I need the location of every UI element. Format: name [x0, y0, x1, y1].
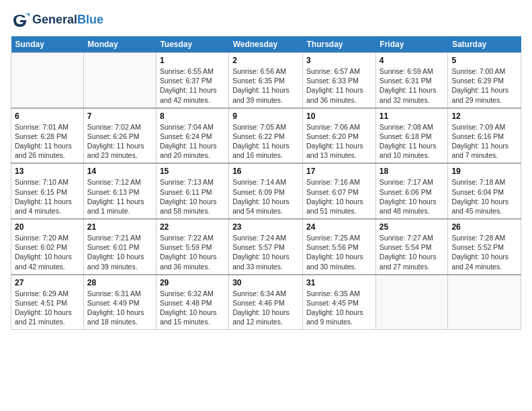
cell-info: Sunrise: 7:04 AM Sunset: 6:24 PM Dayligh…: [160, 122, 225, 161]
calendar-cell: 28Sunrise: 6:31 AM Sunset: 4:49 PM Dayli…: [83, 275, 156, 330]
day-number: 30: [232, 278, 299, 287]
day-header-wednesday: Wednesday: [229, 36, 303, 53]
day-number: 28: [87, 278, 152, 287]
calendar-cell: 4Sunrise: 6:59 AM Sunset: 6:31 PM Daylig…: [375, 53, 448, 108]
day-number: 20: [15, 222, 80, 232]
calendar-cell: 9Sunrise: 7:05 AM Sunset: 6:22 PM Daylig…: [229, 108, 303, 164]
day-number: 23: [232, 222, 299, 232]
cell-info: Sunrise: 7:01 AM Sunset: 6:28 PM Dayligh…: [15, 122, 80, 161]
day-number: 3: [306, 56, 372, 65]
day-number: 12: [451, 111, 517, 121]
cell-info: Sunrise: 6:59 AM Sunset: 6:31 PM Dayligh…: [380, 66, 445, 105]
day-number: 21: [87, 222, 152, 232]
cell-info: Sunrise: 6:55 AM Sunset: 6:37 PM Dayligh…: [160, 66, 225, 105]
cell-info: Sunrise: 7:13 AM Sunset: 6:11 PM Dayligh…: [160, 177, 225, 216]
cell-info: Sunrise: 7:24 AM Sunset: 5:57 PM Dayligh…: [232, 233, 299, 271]
cell-info: Sunrise: 7:17 AM Sunset: 6:06 PM Dayligh…: [380, 177, 445, 216]
calendar-cell: 17Sunrise: 7:16 AM Sunset: 6:07 PM Dayli…: [303, 163, 376, 219]
day-number: 22: [160, 222, 225, 232]
cell-info: Sunrise: 6:57 AM Sunset: 6:33 PM Dayligh…: [306, 66, 372, 105]
day-number: 11: [380, 111, 445, 121]
day-number: 19: [451, 167, 517, 176]
calendar-cell: 24Sunrise: 7:25 AM Sunset: 5:56 PM Dayli…: [303, 219, 376, 275]
calendar-cell: 20Sunrise: 7:20 AM Sunset: 6:02 PM Dayli…: [11, 219, 84, 275]
cell-info: Sunrise: 7:00 AM Sunset: 6:29 PM Dayligh…: [451, 66, 517, 105]
cell-info: Sunrise: 6:29 AM Sunset: 4:51 PM Dayligh…: [15, 289, 80, 327]
day-number: 25: [380, 222, 445, 232]
calendar-cell: 15Sunrise: 7:13 AM Sunset: 6:11 PM Dayli…: [156, 163, 228, 219]
cell-info: Sunrise: 7:02 AM Sunset: 6:26 PM Dayligh…: [87, 122, 152, 161]
calendar-cell: 27Sunrise: 6:29 AM Sunset: 4:51 PM Dayli…: [11, 275, 84, 330]
cell-info: Sunrise: 7:27 AM Sunset: 5:54 PM Dayligh…: [380, 233, 445, 271]
calendar-cell: 12Sunrise: 7:09 AM Sunset: 6:16 PM Dayli…: [448, 108, 521, 164]
cell-info: Sunrise: 7:14 AM Sunset: 6:09 PM Dayligh…: [232, 177, 299, 216]
calendar-cell: 29Sunrise: 6:32 AM Sunset: 4:48 PM Dayli…: [156, 275, 228, 330]
calendar-cell: 23Sunrise: 7:24 AM Sunset: 5:57 PM Dayli…: [229, 219, 303, 275]
cell-info: Sunrise: 7:20 AM Sunset: 6:02 PM Dayligh…: [15, 233, 80, 271]
day-header-sunday: Sunday: [11, 36, 84, 53]
day-number: 18: [380, 167, 445, 176]
cell-info: Sunrise: 7:21 AM Sunset: 6:01 PM Dayligh…: [87, 233, 152, 271]
calendar-cell: 30Sunrise: 6:34 AM Sunset: 4:46 PM Dayli…: [229, 275, 303, 330]
calendar-cell: 14Sunrise: 7:12 AM Sunset: 6:13 PM Dayli…: [83, 163, 156, 219]
cell-info: Sunrise: 6:34 AM Sunset: 4:46 PM Dayligh…: [232, 289, 299, 327]
cell-info: Sunrise: 7:28 AM Sunset: 5:52 PM Dayligh…: [451, 233, 517, 271]
calendar-cell: [375, 275, 448, 330]
calendar-table: SundayMondayTuesdayWednesdayThursdayFrid…: [11, 36, 521, 330]
day-number: 4: [380, 56, 445, 65]
day-number: 24: [306, 222, 372, 232]
cell-info: Sunrise: 7:12 AM Sunset: 6:13 PM Dayligh…: [87, 177, 152, 216]
calendar-cell: 18Sunrise: 7:17 AM Sunset: 6:06 PM Dayli…: [375, 163, 448, 219]
cell-info: Sunrise: 6:35 AM Sunset: 4:45 PM Dayligh…: [306, 289, 372, 327]
day-header-monday: Monday: [83, 36, 156, 53]
calendar-cell: 2Sunrise: 6:56 AM Sunset: 6:35 PM Daylig…: [229, 53, 303, 108]
calendar-cell: 8Sunrise: 7:04 AM Sunset: 6:24 PM Daylig…: [156, 108, 228, 164]
calendar-cell: 3Sunrise: 6:57 AM Sunset: 6:33 PM Daylig…: [303, 53, 376, 108]
day-number: 13: [15, 167, 80, 176]
calendar-cell: 5Sunrise: 7:00 AM Sunset: 6:29 PM Daylig…: [448, 53, 521, 108]
day-number: 27: [15, 278, 80, 287]
calendar-cell: 16Sunrise: 7:14 AM Sunset: 6:09 PM Dayli…: [229, 163, 303, 219]
day-number: 17: [306, 167, 372, 176]
calendar-cell: 26Sunrise: 7:28 AM Sunset: 5:52 PM Dayli…: [448, 219, 521, 275]
calendar-cell: 10Sunrise: 7:06 AM Sunset: 6:20 PM Dayli…: [303, 108, 376, 164]
cell-info: Sunrise: 7:10 AM Sunset: 6:15 PM Dayligh…: [15, 177, 80, 216]
cell-info: Sunrise: 7:25 AM Sunset: 5:56 PM Dayligh…: [306, 233, 372, 271]
day-header-friday: Friday: [375, 36, 448, 53]
calendar-cell: [448, 275, 521, 330]
cell-info: Sunrise: 6:32 AM Sunset: 4:48 PM Dayligh…: [160, 289, 225, 327]
cell-info: Sunrise: 7:16 AM Sunset: 6:07 PM Dayligh…: [306, 177, 372, 216]
day-number: 2: [232, 56, 299, 65]
cell-info: Sunrise: 7:22 AM Sunset: 5:59 PM Dayligh…: [160, 233, 225, 271]
calendar-cell: 21Sunrise: 7:21 AM Sunset: 6:01 PM Dayli…: [83, 219, 156, 275]
calendar-cell: 25Sunrise: 7:27 AM Sunset: 5:54 PM Dayli…: [375, 219, 448, 275]
day-number: 16: [232, 167, 299, 176]
day-header-saturday: Saturday: [448, 36, 521, 53]
calendar-cell: 11Sunrise: 7:08 AM Sunset: 6:18 PM Dayli…: [375, 108, 448, 164]
calendar-cell: 13Sunrise: 7:10 AM Sunset: 6:15 PM Dayli…: [11, 163, 84, 219]
calendar-cell: 31Sunrise: 6:35 AM Sunset: 4:45 PM Dayli…: [303, 275, 376, 330]
day-number: 26: [451, 222, 517, 232]
calendar-cell: 19Sunrise: 7:18 AM Sunset: 6:04 PM Dayli…: [448, 163, 521, 219]
day-number: 15: [160, 167, 225, 176]
calendar-cell: 7Sunrise: 7:02 AM Sunset: 6:26 PM Daylig…: [83, 108, 156, 164]
cell-info: Sunrise: 7:06 AM Sunset: 6:20 PM Dayligh…: [306, 122, 372, 161]
day-number: 9: [232, 111, 299, 121]
day-header-thursday: Thursday: [303, 36, 376, 53]
day-number: 6: [15, 111, 80, 121]
calendar-cell: 1Sunrise: 6:55 AM Sunset: 6:37 PM Daylig…: [156, 53, 228, 108]
cell-info: Sunrise: 7:05 AM Sunset: 6:22 PM Dayligh…: [232, 122, 299, 161]
day-number: 5: [451, 56, 517, 65]
day-number: 10: [306, 111, 372, 121]
day-number: 29: [160, 278, 225, 287]
cell-info: Sunrise: 7:18 AM Sunset: 6:04 PM Dayligh…: [451, 177, 517, 216]
day-number: 1: [160, 56, 225, 65]
cell-info: Sunrise: 7:08 AM Sunset: 6:18 PM Dayligh…: [380, 122, 445, 161]
cell-info: Sunrise: 6:31 AM Sunset: 4:49 PM Dayligh…: [87, 289, 152, 327]
cell-info: Sunrise: 7:09 AM Sunset: 6:16 PM Dayligh…: [451, 122, 517, 161]
day-number: 14: [87, 167, 152, 176]
day-number: 31: [306, 278, 372, 287]
day-header-tuesday: Tuesday: [156, 36, 228, 53]
cell-info: Sunrise: 6:56 AM Sunset: 6:35 PM Dayligh…: [232, 66, 299, 105]
logo: GeneralBlue: [11, 11, 103, 30]
